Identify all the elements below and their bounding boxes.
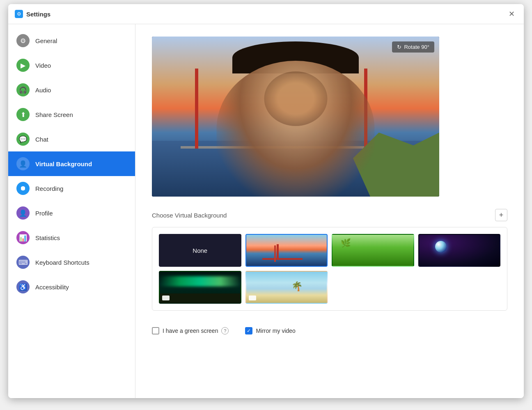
titlebar: ⚙ Settings ✕ bbox=[8, 4, 524, 24]
sidebar-item-label-audio: Audio bbox=[35, 87, 51, 94]
sidebar-item-label-video: Video bbox=[35, 62, 51, 69]
sidebar-item-statistics[interactable]: 📊Statistics bbox=[8, 225, 135, 250]
rotate-button[interactable]: ↻ Rotate 90° bbox=[392, 41, 434, 53]
sidebar-item-audio[interactable]: 🎧Audio bbox=[8, 78, 135, 102]
help-icon[interactable]: ? bbox=[221, 327, 229, 334]
section-header: Choose Virtual Background + bbox=[152, 209, 507, 221]
keyboard-shortcuts-icon: ⌨ bbox=[16, 256, 30, 269]
virtual-background-icon: 👤 bbox=[16, 157, 30, 170]
general-icon: ⚙ bbox=[16, 34, 30, 47]
statistics-icon: 📊 bbox=[16, 231, 30, 244]
content-area: ⚙General▶Video🎧Audio⬆Share Screen💬Chat👤V… bbox=[8, 24, 524, 398]
main-content: ↻ Rotate 90° Choose Virtual Background +… bbox=[135, 24, 524, 398]
video-icon: ▶ bbox=[16, 59, 30, 72]
rotate-icon: ↻ bbox=[397, 44, 401, 50]
window-title: Settings bbox=[26, 11, 50, 18]
mirror-video-checkbox[interactable]: ✓ bbox=[245, 327, 252, 334]
sidebar-item-virtual-background[interactable]: 👤Virtual Background bbox=[8, 151, 135, 176]
none-label: None bbox=[193, 247, 207, 254]
sidebar-item-label-share-screen: Share Screen bbox=[35, 111, 73, 118]
preview-scene bbox=[152, 37, 439, 197]
titlebar-left: ⚙ Settings bbox=[15, 10, 50, 18]
options-row: I have a green screen ? ✓ Mirror my vide… bbox=[152, 327, 507, 334]
sidebar-item-label-keyboard-shortcuts: Keyboard Shortcuts bbox=[35, 259, 89, 266]
backgrounds-grid: None 🌿 bbox=[152, 227, 507, 311]
green-screen-option: I have a green screen ? bbox=[152, 327, 229, 334]
background-aurora[interactable] bbox=[159, 271, 241, 304]
sidebar-item-label-general: General bbox=[35, 37, 57, 44]
sidebar-item-keyboard-shortcuts[interactable]: ⌨Keyboard Shortcuts bbox=[8, 250, 135, 275]
sidebar-item-video[interactable]: ▶Video bbox=[8, 53, 135, 78]
green-screen-label: I have a green screen bbox=[163, 328, 218, 334]
background-space[interactable] bbox=[418, 234, 501, 267]
sidebar-item-label-profile: Profile bbox=[35, 210, 53, 217]
aurora-video-icon bbox=[162, 295, 170, 300]
app-icon: ⚙ bbox=[15, 10, 23, 18]
sidebar-item-label-accessibility: Accessibility bbox=[35, 284, 69, 291]
recording-icon: ⏺ bbox=[16, 182, 30, 195]
bridge-tower-left bbox=[195, 69, 198, 149]
rotate-label: Rotate 90° bbox=[404, 44, 429, 50]
person-overlay bbox=[217, 61, 375, 197]
sidebar-item-general[interactable]: ⚙General bbox=[8, 28, 135, 53]
beach-video-icon bbox=[249, 295, 256, 300]
section-title: Choose Virtual Background bbox=[152, 212, 227, 219]
sidebar-item-chat[interactable]: 💬Chat bbox=[8, 127, 135, 151]
background-none[interactable]: None bbox=[159, 234, 241, 267]
sidebar-item-recording[interactable]: ⏺Recording bbox=[8, 176, 135, 201]
mirror-video-option: ✓ Mirror my video bbox=[245, 327, 295, 334]
profile-icon: 👤 bbox=[16, 206, 30, 220]
background-bridge[interactable] bbox=[245, 234, 328, 267]
add-background-button[interactable]: + bbox=[495, 209, 507, 221]
chat-icon: 💬 bbox=[16, 133, 30, 146]
sidebar-item-label-statistics: Statistics bbox=[35, 234, 60, 241]
background-beach[interactable]: 🌴 bbox=[245, 271, 328, 304]
sidebar-item-label-chat: Chat bbox=[35, 136, 48, 143]
audio-icon: 🎧 bbox=[16, 83, 30, 96]
accessibility-icon: ♿ bbox=[16, 280, 30, 293]
close-button[interactable]: ✕ bbox=[506, 8, 517, 20]
share-screen-icon: ⬆ bbox=[16, 108, 30, 121]
sidebar-item-label-recording: Recording bbox=[35, 185, 63, 192]
sidebar-item-profile[interactable]: 👤Profile bbox=[8, 201, 135, 225]
sidebar-item-label-virtual-background: Virtual Background bbox=[35, 160, 92, 167]
sidebar-item-accessibility[interactable]: ♿Accessibility bbox=[8, 275, 135, 299]
mirror-video-label: Mirror my video bbox=[256, 328, 295, 334]
settings-window: ⚙ Settings ✕ ⚙General▶Video🎧Audio⬆Share … bbox=[8, 4, 524, 398]
person-face bbox=[264, 71, 327, 126]
sidebar-item-share-screen[interactable]: ⬆Share Screen bbox=[8, 102, 135, 127]
green-screen-checkbox[interactable] bbox=[152, 327, 159, 334]
video-preview: ↻ Rotate 90° bbox=[152, 37, 439, 197]
sidebar: ⚙General▶Video🎧Audio⬆Share Screen💬Chat👤V… bbox=[8, 24, 135, 398]
background-grass[interactable]: 🌿 bbox=[332, 234, 414, 267]
